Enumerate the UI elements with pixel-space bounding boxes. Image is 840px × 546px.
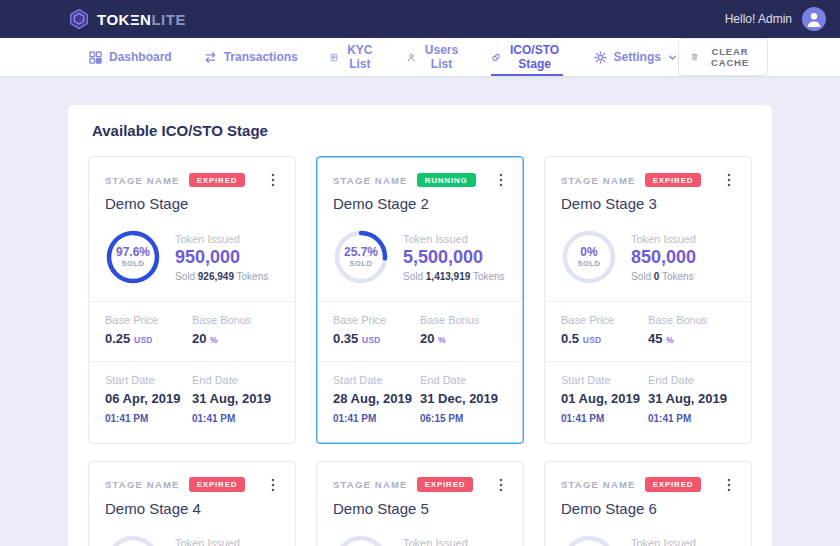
- stage-name-label: STAGE NAME: [333, 479, 408, 490]
- card-stats: 0% SOLD Token Issued 850,000 Sold 0 Toke…: [545, 223, 751, 301]
- percent-sold-value: 25.7%: [344, 246, 378, 260]
- sold-caption: SOLD: [350, 260, 373, 269]
- start-date-label: Start Date: [333, 374, 414, 386]
- token-issued-label: Token Issued: [631, 233, 696, 245]
- stage-title: Demo Stage 4: [105, 500, 279, 517]
- token-issued-label: Token Issued: [175, 537, 240, 546]
- coins-icon: [492, 51, 500, 64]
- stage-title: Demo Stage 3: [561, 195, 735, 212]
- stage-name-label: STAGE NAME: [561, 175, 636, 186]
- nav-item-users-list[interactable]: Users List: [406, 38, 461, 76]
- sold-progress-ring: 0% SOLD: [561, 534, 617, 546]
- card-stats: 97.6% SOLD Token Issued 950,000 Sold 926…: [89, 223, 295, 301]
- token-issued-block: Token Issued 850,000 Sold 0 Tokens: [631, 537, 696, 546]
- base-price-label: Base Price: [105, 314, 186, 326]
- end-date-value: 31 Aug, 2019 01:41 PM: [192, 390, 273, 428]
- nav-item-ico-sto-stage[interactable]: ICO/STO Stage: [491, 38, 562, 76]
- card-stats: 0% SOLD Token Issued 850,000 Sold 0 Toke…: [317, 528, 523, 546]
- user-avatar[interactable]: [802, 7, 826, 31]
- card-menu-button[interactable]: [267, 171, 279, 189]
- token-issued-block: Token Issued 5,500,000 Sold 1,413,919 To…: [403, 233, 505, 282]
- kebab-icon: [499, 478, 503, 492]
- status-badge: EXPIRED: [645, 173, 702, 188]
- stage-name-label: STAGE NAME: [333, 175, 408, 186]
- stage-name-label: STAGE NAME: [561, 479, 636, 490]
- stage-card: STAGE NAME EXPIRED Demo Stage 3 0% SOLD: [544, 156, 752, 444]
- sold-tokens-value: 0: [654, 271, 660, 282]
- sold-tokens-value: 926,949: [198, 271, 234, 282]
- sold-progress-ring: 0% SOLD: [333, 534, 389, 546]
- price-bonus-row: Base Price 0.25 USD Base Bonus 20 %: [89, 301, 295, 361]
- end-date-value: 31 Dec, 2019 06:15 PM: [420, 390, 501, 428]
- token-issued-value: 850,000: [631, 247, 696, 268]
- card-menu-button[interactable]: [723, 171, 735, 189]
- cube-logo-icon: [68, 8, 90, 30]
- base-bonus-value: 45 %: [648, 330, 729, 349]
- nav-item-dashboard[interactable]: Dashboard: [88, 38, 173, 76]
- base-price-value: 0.5 USD: [561, 330, 642, 349]
- gear-icon: [594, 51, 607, 64]
- start-date-value: 01 Aug, 2019 01:41 PM: [561, 390, 642, 428]
- user-icon: [407, 51, 415, 64]
- percent-sold-value: 0%: [580, 246, 597, 260]
- base-bonus-value: 20 %: [420, 330, 501, 349]
- nav-item-settings[interactable]: Settings: [593, 38, 678, 76]
- card-header: STAGE NAME EXPIRED Demo Stage 4: [89, 462, 295, 528]
- card-header: STAGE NAME EXPIRED Demo Stage 6: [545, 462, 751, 528]
- sold-progress-ring: 0% SOLD: [561, 229, 617, 285]
- token-issued-label: Token Issued: [631, 537, 696, 546]
- clear-cache-button[interactable]: CLEAR CACHE: [678, 38, 768, 76]
- sold-progress-ring: 97.6% SOLD: [105, 229, 161, 285]
- token-issued-value: 950,000: [175, 247, 268, 268]
- status-badge: EXPIRED: [189, 173, 246, 188]
- card-menu-button[interactable]: [267, 476, 279, 494]
- sold-tokens-line: Sold 926,949 Tokens: [175, 271, 268, 282]
- start-date-value: 28 Aug, 2019 01:41 PM: [333, 390, 414, 428]
- card-menu-button[interactable]: [495, 171, 507, 189]
- start-date-label: Start Date: [105, 374, 186, 386]
- card-header: STAGE NAME EXPIRED Demo Stage 3: [545, 157, 751, 223]
- token-issued-block: Token Issued 850,000 Sold 0 Tokens: [175, 537, 240, 546]
- dates-row: Start Date 28 Aug, 2019 01:41 PM End Dat…: [317, 361, 523, 443]
- base-bonus-value: 20 %: [192, 330, 273, 349]
- card-menu-button[interactable]: [723, 476, 735, 494]
- dates-row: Start Date 01 Aug, 2019 01:41 PM End Dat…: [545, 361, 751, 443]
- person-icon: [802, 7, 826, 31]
- kebab-icon: [271, 478, 275, 492]
- nav-item-transactions[interactable]: Transactions: [203, 38, 299, 76]
- main-nav: Dashboard Transactions KYC List Users Li…: [0, 38, 840, 76]
- card-stats: 0% SOLD Token Issued 850,000 Sold 0 Toke…: [89, 528, 295, 546]
- stage-card: STAGE NAME EXPIRED Demo Stage 97.6% SOL: [88, 156, 296, 444]
- price-bonus-row: Base Price 0.35 USD Base Bonus 20 %: [317, 301, 523, 361]
- stage-title: Demo Stage 2: [333, 195, 507, 212]
- base-bonus-label: Base Bonus: [648, 314, 729, 326]
- nav-item-kyc-list[interactable]: KYC List: [329, 38, 376, 76]
- base-price-value: 0.25 USD: [105, 330, 186, 349]
- base-bonus-label: Base Bonus: [420, 314, 501, 326]
- base-price-value: 0.35 USD: [333, 330, 414, 349]
- status-badge: EXPIRED: [417, 477, 474, 492]
- nav-label: Dashboard: [109, 50, 172, 64]
- chevron-down-icon: [668, 53, 677, 62]
- card-menu-button[interactable]: [495, 476, 507, 494]
- kebab-icon: [727, 478, 731, 492]
- grid-icon: [89, 51, 102, 64]
- percent-sold-value: 97.6%: [116, 246, 150, 260]
- greeting-text: Hello! Admin: [725, 12, 792, 26]
- status-badge: EXPIRED: [645, 477, 702, 492]
- end-date-label: End Date: [648, 374, 729, 386]
- token-issued-block: Token Issued 850,000 Sold 0 Tokens: [631, 233, 696, 282]
- stage-card: STAGE NAME EXPIRED Demo Stage 6 0% SOLD: [544, 461, 752, 546]
- sold-tokens-value: 1,413,919: [426, 271, 471, 282]
- brand-logo[interactable]: TOKΞNLITE: [68, 8, 186, 30]
- stage-cards-grid: STAGE NAME EXPIRED Demo Stage 97.6% SOL: [88, 156, 752, 546]
- clear-cache-label: CLEAR CACHE: [705, 46, 755, 68]
- token-issued-block: Token Issued 850,000 Sold 0 Tokens: [403, 537, 468, 546]
- nav-label: Settings: [614, 50, 661, 64]
- dates-row: Start Date 06 Apr, 2019 01:41 PM End Dat…: [89, 361, 295, 443]
- start-date-value: 06 Apr, 2019 01:41 PM: [105, 390, 186, 428]
- card-stats: 25.7% SOLD Token Issued 5,500,000 Sold 1…: [317, 223, 523, 301]
- token-issued-label: Token Issued: [403, 233, 505, 245]
- base-price-label: Base Price: [333, 314, 414, 326]
- start-date-label: Start Date: [561, 374, 642, 386]
